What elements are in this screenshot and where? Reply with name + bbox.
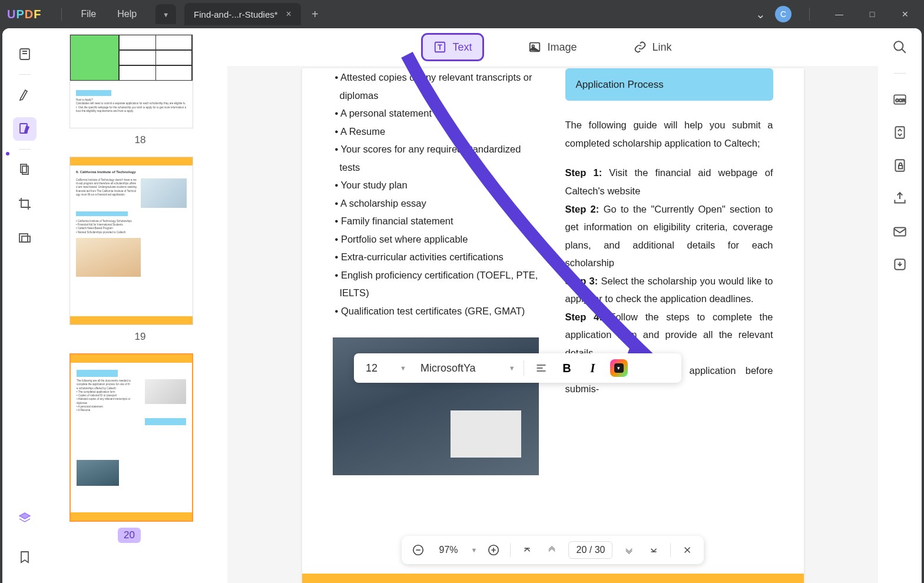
protect-icon[interactable] [892,157,908,174]
menu-file[interactable]: File [70,5,107,23]
window-minimize-button[interactable]: — [827,9,851,19]
text-tool-label: Text [452,41,472,54]
thumbnail-page-19[interactable]: 6. California Institute of Technology Ca… [69,157,193,325]
svg-rect-0 [20,49,29,59]
text-tool[interactable]: Text [423,35,482,59]
window-close-button[interactable]: ✕ [893,9,917,19]
crop-tool[interactable] [13,192,37,216]
svg-rect-16 [899,165,903,168]
bullet-item: • A personal statement [333,104,541,122]
font-family-dropdown-icon[interactable]: ▼ [509,365,515,372]
section-heading: Application Process [565,68,773,101]
bullet-item: • Your study plan [333,176,541,194]
window-maximize-button[interactable]: □ [860,9,884,19]
align-button[interactable] [532,362,550,374]
zoom-dropdown-icon[interactable]: ▼ [471,546,478,554]
svg-rect-14 [895,127,904,138]
link-tool[interactable]: Link [623,35,683,59]
form-tool[interactable] [13,226,37,250]
next-page-button[interactable] [621,542,637,558]
tab-overflow-chevron-icon[interactable]: ⌄ [756,7,766,21]
step-item: Step 1: Visit the financial aid webpage … [565,164,773,200]
content-area: Text Image Link • Attested copies of any… [227,28,878,583]
font-size-value[interactable]: 12 [363,362,392,375]
font-size-dropdown-icon[interactable]: ▼ [400,365,406,372]
comment-tool[interactable] [13,83,37,107]
tab-dropdown[interactable]: ▼ [155,4,176,24]
left-toolbar [2,28,47,583]
thumbnail-page-18[interactable]: How to Apply? Candidates will need to su… [69,34,193,128]
bullet-item: • Your scores for any required standardi… [333,140,541,176]
svg-rect-17 [894,228,906,236]
menu-help[interactable]: Help [107,5,147,23]
last-page-button[interactable] [645,542,662,558]
ocr-icon[interactable]: OCR [892,91,908,108]
svg-rect-4 [19,234,28,242]
step-item: Step 2: Go to the "Currently Open" secti… [565,200,773,272]
app-logo: UPDF [7,8,41,21]
right-toolbar: OCR [878,28,922,583]
document-page[interactable]: • Attested copies of any relevant transc… [302,68,804,583]
bullet-item: • Qualification test certificates (GRE, … [333,302,541,320]
svg-point-11 [894,41,903,50]
page-indicator[interactable]: 20 / 30 [568,541,612,559]
thumbnail-label: 18 [69,134,211,146]
tab-close-icon[interactable]: × [286,9,292,19]
save-icon[interactable] [892,256,908,273]
step-item: Step 3: Select the scholarship you would… [565,272,773,308]
prev-page-button[interactable] [544,542,560,558]
first-page-button[interactable] [519,542,535,558]
email-icon[interactable] [892,223,908,240]
bullet-item: • A scholarship essay [333,194,541,213]
bullet-item: • Attested copies of any relevant transc… [333,68,541,104]
edit-toolbar: Text Image Link [227,28,878,66]
new-tab-button[interactable]: + [312,8,319,21]
intro-text: The following guide will help you submit… [565,116,773,152]
thumbnail-label: 19 [69,331,211,343]
page-tool[interactable] [13,158,37,181]
page-nav-bar: 97% ▼ 20 / 30 [402,536,704,564]
document-tab[interactable]: Find-and-...r-Studies* × [184,3,301,25]
bullet-item: • Portfolio set where applicable [333,230,541,249]
thumbnail-panel: How to Apply? Candidates will need to su… [47,28,227,583]
italic-button[interactable]: I [584,362,602,375]
edit-tool[interactable] [13,117,37,141]
bold-button[interactable]: B [558,362,576,375]
bookmark-tool[interactable] [13,545,37,569]
tab-title: Find-and-...r-Studies* [194,9,278,19]
close-bar-button[interactable] [679,542,696,558]
thumbnail-page-20[interactable]: The following are all the documents need… [69,353,193,522]
text-format-toolbar: 12 ▼ MicrosoftYa ▼ B I ▾ [354,353,681,383]
bullet-item: • A Resume [333,122,541,141]
user-avatar[interactable]: C [775,6,791,22]
zoom-value[interactable]: 97% [435,545,463,555]
share-icon[interactable] [892,190,908,207]
svg-rect-5 [22,236,30,242]
search-icon[interactable] [892,39,908,55]
font-family-value[interactable]: MicrosoftYa [415,362,501,375]
layers-tool[interactable] [13,506,37,530]
bullet-item: • Extra-curricular activities certificat… [333,248,541,266]
svg-text:OCR: OCR [895,98,905,103]
image-tool[interactable]: Image [518,35,587,59]
bullet-item: • Family financial statement [333,212,541,230]
image-tool-label: Image [547,41,577,54]
reader-tool[interactable] [13,42,37,66]
zoom-in-button[interactable] [485,542,502,558]
titlebar: UPDF File Help ▼ Find-and-...r-Studies* … [0,0,924,28]
link-tool-label: Link [653,41,672,54]
convert-icon[interactable] [892,124,908,141]
bullet-item: • English proficiency certification (TOE… [333,266,541,302]
thumbnail-label-current: 20 [118,528,141,543]
font-color-button[interactable]: ▾ [610,359,628,377]
zoom-out-button[interactable] [410,542,426,558]
